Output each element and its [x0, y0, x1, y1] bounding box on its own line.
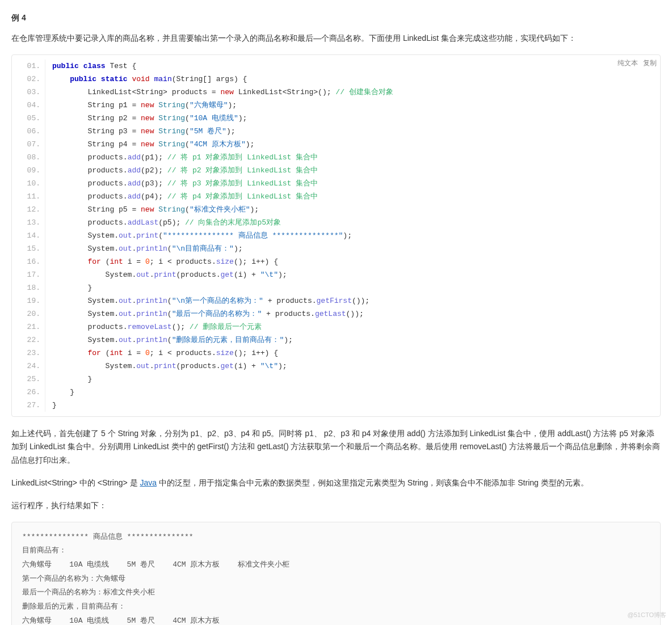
code-line: } [52, 281, 660, 294]
code-line: System.out.println("删除最后的元素，目前商品有："); [52, 333, 660, 347]
code-line: } [52, 399, 660, 412]
code-lines: public class Test { public static void m… [45, 60, 660, 412]
code-line: String p2 = new String("10A 电缆线"); [52, 112, 660, 125]
code-line: System.out.println("最后一个商品的名称为：" + produ… [52, 307, 660, 320]
code-line: LinkedList<String> products = new Linked… [52, 86, 660, 99]
watermark: @51CTO博客 [628, 610, 666, 620]
code-line: for (int i = 0; i < products.size(); i++… [52, 255, 660, 268]
result-label: 运行程序，执行结果如下： [11, 499, 661, 513]
code-line: public class Test { [52, 60, 660, 73]
code-line: System.out.print(products.get(i) + "\t")… [52, 360, 660, 373]
code-line: } [52, 386, 660, 399]
plaintext-button[interactable]: 纯文本 [618, 59, 638, 67]
code-toolbar: 纯文本 复制 [614, 57, 657, 69]
explanation-paragraph-1: 如上述代码，首先创建了 5 个 String 对象，分别为 p1、p2、p3、p… [11, 427, 661, 467]
code-line: System.out.println("\n第一个商品的名称为：" + prod… [52, 294, 660, 307]
code-line: products.add(p2); // 将 p2 对象添加到 LinkedLi… [52, 164, 660, 177]
code-line: System.out.print("*************** 商品信息 *… [52, 229, 660, 242]
code-line: String p5 = new String("标准文件夹小柜"); [52, 203, 660, 216]
code-line: String p1 = new String("六角螺母"); [52, 99, 660, 112]
para2-post: 中的泛型，用于指定集合中元素的数据类型，例如这里指定元素类型为 String，则… [157, 478, 589, 487]
code-line: String p4 = new String("4CM 原木方板"); [52, 138, 660, 151]
code-line: products.addLast(p5); // 向集合的末尾添加p5对象 [52, 216, 660, 229]
code-line: System.out.println("\n目前商品有："); [52, 242, 660, 255]
code-line: System.out.print(products.get(i) + "\t")… [52, 268, 660, 281]
output-block: *************** 商品信息 *************** 目前商… [11, 522, 661, 625]
code-line: for (int i = 0; i < products.size(); i++… [52, 347, 660, 360]
example-heading: 例 4 [11, 11, 661, 25]
code-line: products.add(p4); // 将 p4 对象添加到 LinkedLi… [52, 190, 660, 203]
code-line: } [52, 373, 660, 386]
para2-pre: LinkedList<String> 中的 <String> 是 [11, 478, 140, 487]
intro-paragraph: 在仓库管理系统中要记录入库的商品名称，并且需要输出第一个录入的商品名称和最后—个… [11, 32, 661, 45]
copy-button[interactable]: 复制 [643, 59, 657, 67]
explanation-paragraph-2: LinkedList<String> 中的 <String> 是 Java 中的… [11, 476, 661, 490]
code-block: 纯文本 复制 010203040506070809101112131415161… [11, 54, 661, 417]
code-line: products.removeLast(); // 删除最后一个元素 [52, 320, 660, 333]
code-line: public static void main(String[] args) { [52, 73, 660, 86]
code-line: String p3 = new String("5M 卷尺"); [52, 125, 660, 138]
code-line: products.add(p1); // 将 p1 对象添加到 LinkedLi… [52, 151, 660, 164]
code-line: products.add(p3); // 将 p3 对象添加到 LinkedLi… [52, 177, 660, 190]
java-link[interactable]: Java [140, 478, 157, 487]
line-number-gutter: 0102030405060708091011121314151617181920… [12, 60, 45, 412]
